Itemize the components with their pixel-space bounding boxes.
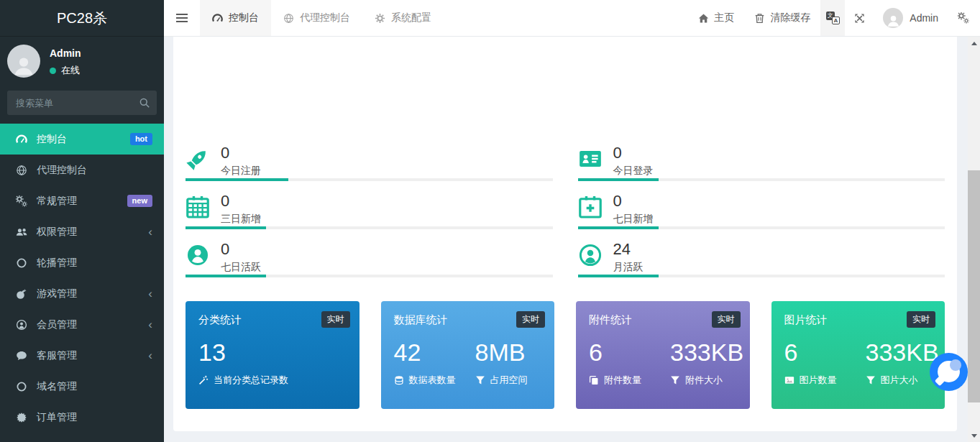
- clear-cache-button[interactable]: 清除缓存: [744, 0, 820, 36]
- sidebar-item[interactable]: 权限管理 ‹: [0, 216, 164, 247]
- card-metric: 6 图片数量: [784, 338, 866, 387]
- search-input[interactable]: [7, 91, 157, 115]
- filter-icon: [866, 375, 876, 385]
- stat-value: 0: [613, 144, 654, 162]
- translate-icon: 文 A: [826, 11, 840, 24]
- stat-card: 图片统计 实时 6 图片数量 333KB 图片大小: [771, 301, 945, 409]
- sidebar-menu: 控制台 hot 代理控制台 常规管理 new 权限管理 ‹ 轮播管理 游戏管理 …: [0, 124, 164, 442]
- home-button[interactable]: 主页: [688, 0, 744, 36]
- scroll-down-arrow[interactable]: [968, 430, 980, 442]
- user-status-label: 在线: [61, 64, 80, 77]
- sidebar-item[interactable]: 订单管理: [0, 402, 164, 433]
- user-name: Admin: [50, 47, 81, 59]
- stat-progress-track: [578, 226, 945, 229]
- vertical-scrollbar[interactable]: [968, 37, 980, 442]
- home-icon: [698, 13, 709, 24]
- person-icon: [886, 13, 901, 28]
- expand-icon: [854, 13, 865, 24]
- sidebar-item[interactable]: 客服管理 ‹: [0, 340, 164, 371]
- card-metric: 13 当前分类总记录数: [198, 338, 347, 387]
- stat-label: 今日登录: [613, 165, 654, 178]
- sidebar-item[interactable]: 域名管理: [0, 371, 164, 402]
- online-status-dot: [50, 68, 56, 74]
- sidebar-item-label: 客服管理: [37, 349, 77, 362]
- filter-icon: [670, 375, 680, 385]
- avatar: [7, 45, 40, 78]
- nav-tab-label: 控制台: [229, 11, 259, 24]
- stat-progress-fill: [578, 226, 659, 229]
- stat-progress-track: [186, 178, 553, 181]
- stat-card: 数据库统计 实时 42 数据表数量 8MB 占用空间: [381, 301, 555, 409]
- chat-widget-button[interactable]: [930, 353, 968, 391]
- user-circle-icon: [16, 319, 27, 331]
- stat-card: 附件统计 实时 6 附件数量 333KB 附件大小: [576, 301, 750, 409]
- metric-value: 8MB: [475, 338, 541, 367]
- copy-icon: [589, 375, 599, 385]
- nav-tab-label: 系统配置: [391, 11, 431, 24]
- stat-label: 今日注册: [221, 165, 261, 178]
- sidebar-item-label: 订单管理: [37, 411, 77, 424]
- scroll-up-arrow[interactable]: [968, 37, 980, 49]
- nav-tab[interactable]: 控制台: [200, 0, 271, 36]
- stat-item: 0 七日新增: [578, 193, 945, 229]
- metric-value: 6: [784, 338, 866, 367]
- avatar: [883, 8, 903, 28]
- chevron-left-icon: ‹: [148, 287, 152, 300]
- metric-value: 333KB: [670, 338, 736, 367]
- globe-icon: [283, 13, 294, 24]
- sidebar-item-label: 代理控制台: [37, 164, 87, 177]
- sidebar-item[interactable]: 代理控制台: [0, 155, 164, 185]
- stat-progress-fill: [186, 226, 266, 229]
- stat-label: 三日新增: [221, 213, 261, 226]
- stat-item: 0 七日活跃: [186, 241, 553, 277]
- stat-progress-track: [578, 275, 945, 277]
- stat-progress-fill: [578, 275, 659, 277]
- top-navbar: 控制台 代理控制台 系统配置 主页 清除缓存 文 A: [164, 0, 980, 37]
- sidebar-item[interactable]: 轮播管理: [0, 247, 164, 278]
- sidebar-badge: new: [127, 195, 152, 207]
- stat-progress-fill: [186, 275, 266, 277]
- gear-icon: [375, 13, 385, 24]
- stat-value: 0: [221, 193, 261, 210]
- nav-tab[interactable]: 代理控制台: [271, 0, 362, 36]
- sidebar-item[interactable]: 常规管理 new: [0, 185, 164, 216]
- circle-icon: [16, 257, 27, 269]
- nav-tab-label: 代理控制台: [300, 11, 350, 24]
- home-label: 主页: [714, 11, 734, 24]
- sidebar-item[interactable]: 游戏管理 ‹: [0, 278, 164, 309]
- metric-label: 当前分类总记录数: [214, 374, 288, 387]
- sidebar-item-label: 权限管理: [37, 226, 77, 239]
- navbar-username: Admin: [910, 12, 938, 24]
- stat-label: 七日活跃: [221, 261, 261, 274]
- sidebar-item[interactable]: 会员管理 ‹: [0, 309, 164, 340]
- stat-label: 七日新增: [613, 213, 654, 226]
- calendar-plus-icon: [578, 195, 603, 219]
- stat-item: 0 今日登录: [578, 144, 945, 181]
- main-content: 0 今日注册 0 今日登录 0 三日新增: [164, 37, 968, 442]
- language-switch-button[interactable]: 文 A: [820, 0, 845, 36]
- certificate-icon: [16, 412, 27, 423]
- dashboard-panel: 0 今日注册 0 今日登录 0 三日新增: [173, 37, 957, 431]
- tachometer-icon: [212, 13, 223, 24]
- stats-grid: 0 今日注册 0 今日登录 0 三日新增: [186, 144, 945, 277]
- fullscreen-button[interactable]: [845, 0, 874, 36]
- stat-item: 0 今日注册: [186, 144, 553, 181]
- metric-value: 13: [198, 338, 347, 367]
- nav-tabs: 控制台 代理控制台 系统配置: [200, 0, 444, 36]
- settings-button[interactable]: [947, 0, 980, 36]
- sidebar-item-label: 会员管理: [37, 318, 77, 331]
- chevron-left-icon: ‹: [148, 318, 152, 331]
- card-metric: 333KB 附件大小: [670, 338, 736, 387]
- globe-icon: [16, 165, 27, 176]
- sidebar-item[interactable]: 现金管理: [0, 433, 164, 442]
- sidebar-item[interactable]: 控制台 hot: [0, 124, 164, 155]
- nav-tab[interactable]: 系统配置: [362, 0, 444, 36]
- sidebar-item-label: 控制台: [37, 133, 67, 146]
- search-icon[interactable]: [139, 97, 150, 109]
- metric-label: 图片大小: [881, 374, 918, 387]
- stat-value: 24: [613, 241, 644, 258]
- realtime-badge: 实时: [516, 311, 545, 328]
- user-menu[interactable]: Admin: [874, 0, 947, 36]
- hamburger-menu-icon[interactable]: [164, 0, 200, 36]
- scrollbar-thumb[interactable]: [968, 170, 980, 402]
